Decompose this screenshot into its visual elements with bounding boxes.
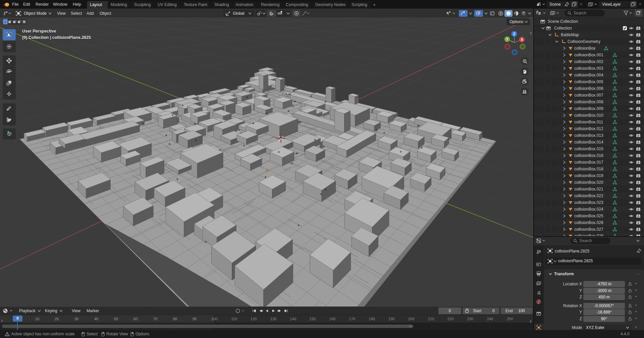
svg-text:Y: Y	[506, 38, 508, 41]
svg-text:Z: Z	[513, 32, 515, 36]
svg-text:X: X	[521, 38, 523, 42]
